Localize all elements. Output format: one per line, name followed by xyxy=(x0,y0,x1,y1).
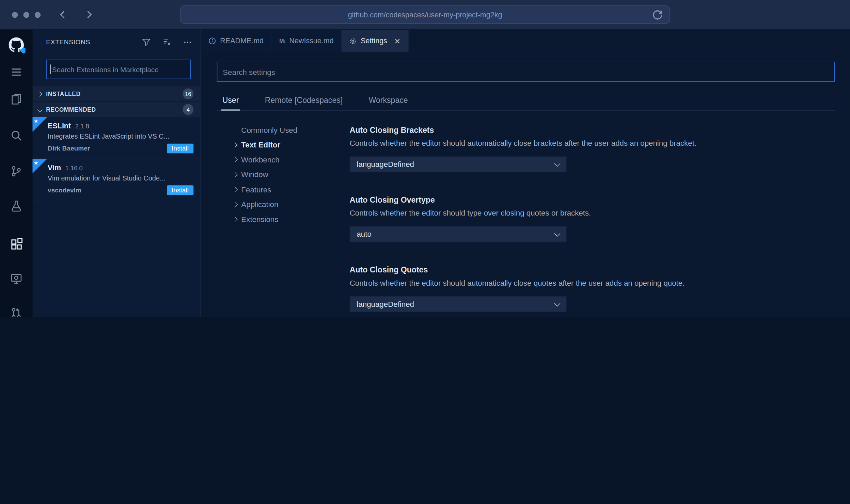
tab-newissue[interactable]: M↓ NewIssue.md xyxy=(272,30,342,52)
markdown-icon: M↓ xyxy=(279,38,285,44)
tab-label: Settings xyxy=(361,37,387,45)
more-actions-icon[interactable] xyxy=(183,37,192,47)
extension-description: Vim emulation for Visual Studio Code... xyxy=(48,174,191,182)
setting-description: Controls whether the editor should autom… xyxy=(350,139,830,147)
setting-title: Auto Closing Quotes xyxy=(350,266,830,274)
chevron-right-icon xyxy=(37,91,43,96)
chevron-down-icon xyxy=(554,230,560,236)
chevron-down-icon xyxy=(37,107,43,112)
install-button[interactable]: Install xyxy=(167,185,194,195)
test-beaker-icon[interactable] xyxy=(0,194,33,218)
setting-auto-closing-quotes: Auto Closing Quotes Controls whether the… xyxy=(350,266,830,312)
url-text: github.com/codespaces/user-my-project-mg… xyxy=(348,11,502,19)
settings-toc: Commonly Used Text Editor Workbench Wind… xyxy=(217,111,350,317)
settings-editor: User Remote [Codespaces] Workspace Commo… xyxy=(201,52,850,317)
text-caret xyxy=(50,64,51,74)
tab-label: NewIssue.md xyxy=(289,37,333,45)
recommended-ribbon-icon: ★ xyxy=(33,117,47,132)
recommended-ribbon-icon: ★ xyxy=(33,159,47,173)
setting-select[interactable]: auto xyxy=(350,226,567,242)
scope-tab-workspace[interactable]: Workspace xyxy=(367,93,409,110)
window-close-button[interactable] xyxy=(12,12,18,18)
installed-count-badge: 16 xyxy=(183,88,193,99)
setting-select[interactable]: languageDefined xyxy=(350,156,567,172)
extension-name: ESLint xyxy=(48,122,71,130)
window-maximize-button[interactable] xyxy=(35,12,41,18)
editor-area: README.md M↓ NewIssue.md Settings ✕ User xyxy=(201,30,850,317)
sidebar-header: EXTENSIONS xyxy=(33,30,200,54)
explorer-icon[interactable] xyxy=(0,87,33,111)
extension-item-eslint[interactable]: ★ ESLint 2.1.8 Integrates ESLint JavaScr… xyxy=(33,117,200,159)
setting-auto-closing-overtype: Auto Closing Overtype Controls whether t… xyxy=(350,195,830,242)
browser-window: github.com/codespaces/user-my-project-mg… xyxy=(0,0,850,317)
extension-author: vscodevim xyxy=(48,186,167,194)
chevron-right-icon xyxy=(232,157,238,162)
editor-tabs: README.md M↓ NewIssue.md Settings ✕ xyxy=(201,30,850,52)
clear-list-icon[interactable] xyxy=(162,37,172,47)
scope-tab-user[interactable]: User xyxy=(221,93,240,110)
select-value: auto xyxy=(357,230,555,238)
chevron-right-icon xyxy=(232,187,238,192)
tab-readme[interactable]: README.md xyxy=(201,30,272,52)
settings-scope-tabs: User Remote [Codespaces] Workspace xyxy=(217,93,835,111)
install-button[interactable]: Install xyxy=(167,144,194,154)
chevron-right-icon xyxy=(232,172,238,177)
extension-name: Vim xyxy=(48,164,61,172)
select-value: languageDefined xyxy=(357,300,555,308)
refresh-icon[interactable] xyxy=(651,9,664,21)
source-control-icon[interactable] xyxy=(0,159,33,183)
setting-auto-closing-brackets: Auto Closing Brackets Controls whether t… xyxy=(350,126,830,172)
setting-description: Controls whether the editor should autom… xyxy=(350,279,830,287)
forward-arrow-icon[interactable] xyxy=(83,9,95,20)
section-label: RECOMMENDED xyxy=(46,106,178,113)
select-value: languageDefined xyxy=(357,160,555,168)
scope-tab-remote[interactable]: Remote [Codespaces] xyxy=(264,93,344,110)
section-recommended[interactable]: RECOMMENDED 4 xyxy=(33,101,200,117)
setting-title: Auto Closing Overtype xyxy=(350,195,830,204)
extension-item-vim[interactable]: ★ Vim 1.16.0 Vim emulation for Visual St… xyxy=(33,159,200,201)
settings-list: Auto Closing Brackets Controls whether t… xyxy=(350,111,830,317)
pull-requests-icon[interactable] xyxy=(0,301,33,317)
toc-text-editor[interactable]: Text Editor xyxy=(232,137,349,152)
toc-window[interactable]: Window xyxy=(232,167,349,182)
window-controls xyxy=(12,12,41,18)
recommended-count-badge: 4 xyxy=(183,104,193,115)
extensions-search xyxy=(46,60,190,79)
address-bar[interactable]: github.com/codespaces/user-my-project-mg… xyxy=(180,5,670,24)
section-installed[interactable]: INSTALLED 16 xyxy=(33,85,200,101)
extension-description: Integrates ESLint JavaScript into VS C..… xyxy=(48,133,191,140)
app-body: EXTENSIONS I xyxy=(0,30,850,317)
github-logo-icon[interactable] xyxy=(0,33,33,57)
toc-features[interactable]: Features xyxy=(232,182,349,197)
chevron-right-icon xyxy=(232,217,238,222)
tab-label: README.md xyxy=(220,37,264,45)
toc-commonly-used[interactable]: Commonly Used xyxy=(232,123,349,138)
extensions-sidebar: EXTENSIONS I xyxy=(33,30,201,317)
toc-extensions[interactable]: Extensions xyxy=(232,212,349,227)
activity-bar xyxy=(0,30,33,317)
browser-nav xyxy=(57,9,95,20)
settings-search-input[interactable] xyxy=(217,62,835,82)
info-icon xyxy=(208,37,216,45)
chevron-right-icon xyxy=(232,202,238,207)
chevron-down-icon xyxy=(554,160,560,167)
extension-author: Dirk Baeumer xyxy=(48,145,167,152)
menu-icon[interactable] xyxy=(0,60,33,84)
back-arrow-icon[interactable] xyxy=(57,9,69,20)
search-icon[interactable] xyxy=(0,124,33,147)
extensions-search-input[interactable] xyxy=(46,60,191,79)
setting-description: Controls whether the editor should type … xyxy=(350,209,830,217)
sidebar-title: EXTENSIONS xyxy=(46,38,141,46)
extensions-icon[interactable] xyxy=(0,232,33,256)
toc-application[interactable]: Application xyxy=(232,197,349,212)
tab-settings[interactable]: Settings ✕ xyxy=(342,30,409,52)
filter-icon[interactable] xyxy=(141,37,151,47)
setting-select[interactable]: languageDefined xyxy=(350,296,567,312)
remote-explorer-icon[interactable] xyxy=(0,267,33,290)
window-minimize-button[interactable] xyxy=(23,12,29,18)
toc-workbench[interactable]: Workbench xyxy=(232,152,349,167)
close-icon[interactable]: ✕ xyxy=(394,37,401,45)
browser-chrome: github.com/codespaces/user-my-project-mg… xyxy=(0,0,850,30)
extension-version: 1.16.0 xyxy=(65,165,83,171)
settings-search xyxy=(217,62,850,82)
